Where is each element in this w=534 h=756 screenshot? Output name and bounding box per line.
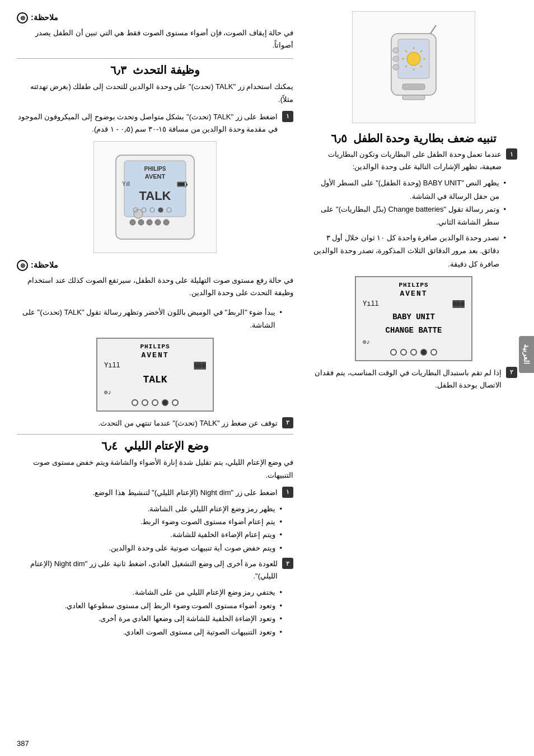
note-icon: ⊜ xyxy=(17,12,28,24)
step2-talk: ٢ توقف عن ضغط زر "TALK (تحدث)" عندما تنت… xyxy=(17,417,293,430)
bullet-item: يظهر رمز وضع الإعتام الليلي على الشاشة. xyxy=(17,502,282,515)
baby-unit-display: PHILIPS AVENT Yıll ▓▓▓ BABY UNIT CHANGE … xyxy=(355,276,472,361)
bullet-item: ويتم إعتام الإضاءة الخلفية للشاشة. xyxy=(17,528,282,541)
page-container: العربية xyxy=(0,0,534,756)
page-number: 387 xyxy=(17,739,29,748)
section-65-bullets: يظهر النص "BABY UNIT (وحدة الطفل)" على ا… xyxy=(310,176,506,229)
svg-point-26 xyxy=(134,209,143,218)
step-63-1-text: اضغط على زر "TALK (تحدث)" بشكل متواصل وت… xyxy=(17,111,278,136)
talk-model: AVENT xyxy=(104,351,206,360)
step-63-num-1: ١ xyxy=(282,111,293,122)
svg-rect-23 xyxy=(186,184,188,185)
section-63-step1: ١ اضغط على زر "TALK (تحدث)" بشكل متواصل … xyxy=(17,111,293,136)
section-63-title: وظيفة التحدث ٦٫٣ xyxy=(17,63,293,77)
note-2-title: ملاحظة: ⊜ xyxy=(17,259,293,272)
svg-point-12 xyxy=(393,56,399,62)
bullet-item: يختفي رمز وضع الإعتام الليلي من على الشا… xyxy=(17,586,282,599)
svg-point-11 xyxy=(393,48,399,53)
dot-2 xyxy=(400,349,407,356)
talk-unit-display: PHILIPS AVENT Yıll ▓▓▓ TALK ⊙♪ xyxy=(96,338,214,412)
svg-point-30 xyxy=(155,220,161,225)
dot-3 xyxy=(410,349,417,356)
step-talk-2-text: توقف عن ضغط زر "TALK (تحدث)" عندما تنتهي… xyxy=(98,417,278,430)
svg-text:PHILIPS: PHILIPS xyxy=(144,166,166,172)
device-model: AVENT xyxy=(363,290,465,298)
note-2-bullet: يبدأ ضوء "الربط" في الوميض باللون الأخضر… xyxy=(17,306,282,332)
bullet-item: تصدر وحدة الوالدين صافرة واحدة كل ١٠ ثوا… xyxy=(310,231,506,270)
section-63-number: ٦٫٣ xyxy=(110,64,127,76)
device-battery: ▓▓▓ xyxy=(452,300,465,308)
talk-dot-2 xyxy=(142,399,148,406)
section-65-title: تنبيه ضعف بطارية وحدة الطفل ٦٫٥ xyxy=(310,132,517,145)
dot-5 xyxy=(430,349,437,356)
section-65-step2: ٢ إذا لم تقم باستبدال البطاريات في الوقت… xyxy=(310,367,517,391)
note-2-title-text: ملاحظة: xyxy=(31,259,58,272)
svg-rect-24 xyxy=(178,183,185,186)
svg-text:AVENT: AVENT xyxy=(145,173,166,180)
note-1-title: ملاحظة: ⊜ xyxy=(17,11,293,25)
bullet-item: يتم إعتام أضواء مستوى الصوت وضوء الربط. xyxy=(17,515,282,528)
note-1: ملاحظة: ⊜ في حالة إيقاف الصوت، فإن أضواء… xyxy=(17,11,293,52)
talk-battery: ▓▓▓ xyxy=(194,362,206,370)
section-64-title: وضع الإعتام الليلي ٦٫٤ xyxy=(17,439,293,452)
section-63-bullets2: يختفي رمز وضع الإعتام الليلي من على الشا… xyxy=(17,586,282,638)
note-2-icon: ⊜ xyxy=(17,260,28,271)
svg-point-35 xyxy=(158,208,163,212)
device-signal-row: Yıll ▓▓▓ xyxy=(363,300,465,308)
sidebar-tab: العربية xyxy=(519,336,534,373)
step-talk-num-2: ٢ xyxy=(282,417,293,428)
talk-icons: ⊙♪ xyxy=(104,389,206,396)
step-num-2: ٢ xyxy=(506,367,517,378)
baby-monitor-svg xyxy=(374,22,453,112)
device-brand: PHILIPS xyxy=(363,282,465,288)
device-signal: Yıll xyxy=(363,300,379,308)
step-num-1: ١ xyxy=(506,148,517,160)
note-1-text: في حالة إيقاف الصوت، فإن أضواء مستوى الص… xyxy=(17,27,293,52)
device-icon-symbol: ⊙♪ xyxy=(363,338,370,346)
dot-1 xyxy=(390,349,397,356)
section-65-step1: ١ عندما تعمل وحدة الطفل على البطاريات وت… xyxy=(310,148,517,173)
section-63-bullets1: يظهر رمز وضع الإعتام الليلي على الشاشة. … xyxy=(17,502,282,555)
talk-dot-4 xyxy=(162,399,168,406)
talk-icon-symbol: ⊙♪ xyxy=(104,389,111,396)
device-line1: BABY UNIT xyxy=(363,310,465,324)
section-63-title-text: وظيفة التحدث xyxy=(133,64,200,76)
step-63-num-2: ٢ xyxy=(282,558,293,569)
baby-monitor-image xyxy=(352,11,475,123)
bullet-item: وتمر رسالة تقول "Change batteries (بدّل … xyxy=(310,203,506,229)
talk-signal: Yıll xyxy=(104,362,120,370)
section-63-step2: ٢ للعودة مرة أخرى إلى وضع التشغيل العادي… xyxy=(17,558,293,582)
main-content: تنبيه ضعف بطارية وحدة الطفل ٦٫٥ ١ عندما … xyxy=(17,11,517,641)
note-2-text: في حالة رفع مستوى صوت التهليلة على وحدة … xyxy=(17,274,293,299)
bullet-item: وتعود التنبيهات الصوتية إلى مستوى الصوت … xyxy=(17,626,282,638)
section-64-intro: في وضع الإعتام الليلي، يتم تقليل شدة إنا… xyxy=(17,456,293,482)
bullet-item: وتعود الإضاءة الخلفية للشاشة إلى وضعها ا… xyxy=(17,612,282,625)
section-63-intro: يمكنك استخدام زر "TALK (تحدث)" على وحدة … xyxy=(17,80,293,106)
svg-point-31 xyxy=(163,220,169,225)
step-1-text: عندما تعمل وحدة الطفل على البطاريات وتكو… xyxy=(310,148,502,173)
step-64-num-1: ١ xyxy=(282,487,293,498)
talk-dot-3 xyxy=(152,399,158,406)
svg-point-28 xyxy=(138,220,144,225)
step-2-text: إذا لم تقم باستبدال البطاريات في الوقت ا… xyxy=(310,367,502,391)
talk-dot-5 xyxy=(172,399,179,406)
section-65-bullet2: تصدر وحدة الوالدين صافرة واحدة كل ١٠ ثوا… xyxy=(310,231,506,270)
svg-text:TALK: TALK xyxy=(139,189,171,203)
step-63-2-text: للعودة مرة أخرى إلى وضع التشغيل العادي، … xyxy=(17,558,278,582)
talk-text: TALK xyxy=(104,372,206,388)
svg-rect-16 xyxy=(402,95,425,100)
talk-device-svg: PHILIPS AVENT Yıll TALK xyxy=(105,150,205,245)
svg-text:Yıll: Yıll xyxy=(122,181,130,187)
right-column: ملاحظة: ⊜ في حالة إيقاف الصوت، فإن أضواء… xyxy=(17,11,296,641)
divider-2 xyxy=(17,434,293,435)
note-2-bullets: يبدأ ضوء "الربط" في الوميض باللون الأخضر… xyxy=(17,306,282,332)
section-64-number: ٦٫٤ xyxy=(101,440,118,452)
bullet-item: وتعود أضواء مستوى الصوت وضوء الربط إلى م… xyxy=(17,599,282,612)
svg-point-13 xyxy=(393,64,399,70)
section-65-number: ٦٫٥ xyxy=(331,132,347,144)
talk-brand: PHILIPS xyxy=(104,343,206,350)
bullet-item: ويتم خفض صوت أية تنبيهات صوتية على وحدة … xyxy=(17,542,282,554)
device-dots xyxy=(363,349,465,356)
note-2: ملاحظة: ⊜ في حالة رفع مستوى صوت التهليلة… xyxy=(17,259,293,299)
dot-4 xyxy=(420,349,427,356)
